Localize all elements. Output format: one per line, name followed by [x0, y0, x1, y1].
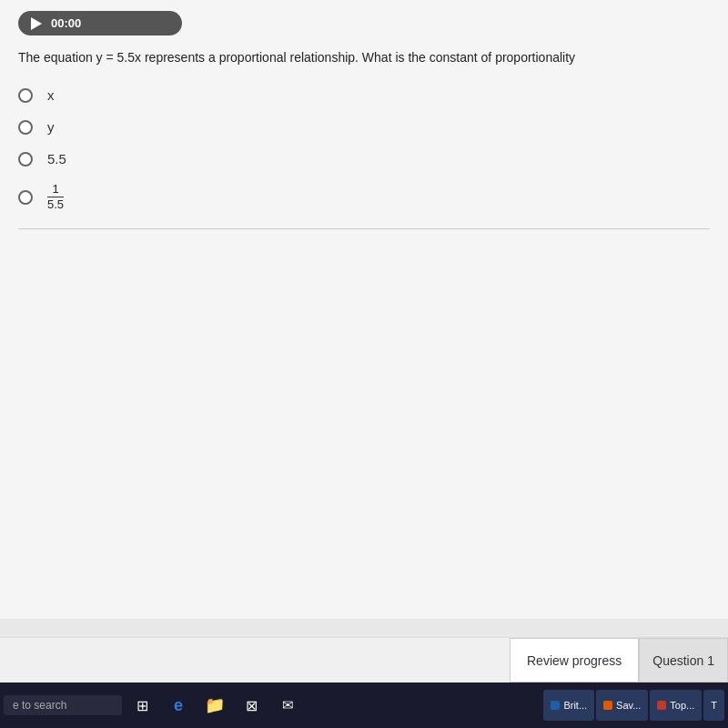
question-number: 1: [707, 653, 714, 668]
options-list: x y 5.5 1 5.5: [18, 87, 710, 212]
question-label: Question: [652, 653, 703, 668]
option-y-label: y: [47, 119, 55, 135]
taskbar-app-top[interactable]: Top...: [650, 690, 702, 721]
option-y[interactable]: y: [18, 119, 710, 135]
fraction-numerator: 1: [47, 183, 64, 197]
app-dot-top: [657, 701, 666, 710]
play-icon: [31, 17, 42, 30]
taskbar-app-t[interactable]: T: [703, 690, 724, 721]
taskview-icon[interactable]: ⊞: [126, 689, 158, 722]
bottom-bar: Review progress Question 1: [0, 637, 728, 682]
video-player[interactable]: 00:00: [18, 11, 182, 35]
taskbar-search-text[interactable]: e to search: [4, 695, 122, 715]
app-dot-brit: [551, 701, 560, 710]
option-x[interactable]: x: [18, 87, 710, 103]
app-label-top: Top...: [670, 700, 694, 711]
fraction-denominator: 5.5: [47, 197, 64, 211]
option-5-5[interactable]: 5.5: [18, 151, 710, 167]
option-fraction[interactable]: 1 5.5: [18, 183, 710, 212]
app-dot-sav: [603, 701, 612, 710]
edge-icon[interactable]: e: [162, 689, 195, 722]
app-label-brit: Brit...: [563, 700, 587, 711]
app-label-sav: Sav...: [616, 700, 641, 711]
review-progress-button[interactable]: Review progress: [510, 638, 639, 682]
fileexplorer-icon[interactable]: 📁: [198, 689, 231, 722]
mail-icon[interactable]: ✉: [271, 689, 304, 722]
option-5-5-label: 5.5: [47, 151, 66, 167]
app-label-t: T: [711, 700, 717, 711]
store-icon[interactable]: ⊠: [235, 689, 268, 722]
taskbar-running-apps: Brit... Sav... Top... T: [543, 690, 724, 721]
taskbar-app-sav[interactable]: Sav...: [596, 690, 648, 721]
taskbar-app-brit[interactable]: Brit...: [543, 690, 594, 721]
question-text: The equation y = 5.5x represents a propo…: [18, 48, 710, 67]
question-indicator: Question 1: [639, 638, 728, 682]
option-x-label: x: [47, 87, 55, 103]
taskbar-system-icons: ⊞ e 📁 ⊠ ✉: [126, 689, 304, 722]
radio-x[interactable]: [18, 88, 33, 103]
divider: [18, 228, 710, 229]
radio-5-5[interactable]: [18, 152, 33, 167]
taskbar: e to search ⊞ e 📁 ⊠ ✉ Brit... Sav... Top…: [0, 682, 728, 728]
radio-fraction[interactable]: [18, 190, 33, 205]
radio-y[interactable]: [18, 120, 33, 135]
main-content: 00:00 The equation y = 5.5x represents a…: [0, 0, 728, 619]
option-fraction-label: 1 5.5: [47, 183, 64, 212]
video-time: 00:00: [51, 16, 81, 30]
